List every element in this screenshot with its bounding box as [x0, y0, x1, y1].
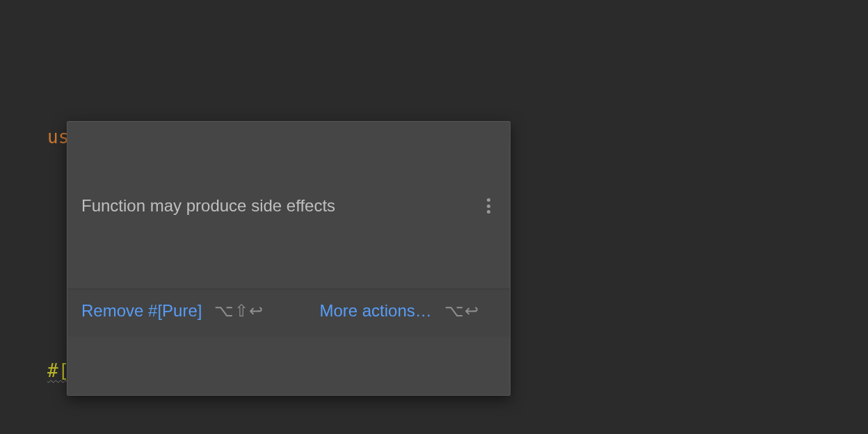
- shortcut-label: ⌥↩: [444, 296, 479, 326]
- popup-header: Function may produce side effects: [67, 180, 510, 230]
- code-editor[interactable]: use JetBrains\PhpStorm\Pure; #[Pure] fu …: [0, 0, 868, 434]
- attr-open: #[: [47, 360, 69, 381]
- inspection-popup: Function may produce side effects Remove…: [67, 121, 511, 396]
- popup-actions-row: Remove #[Pure] ⌥⇧↩ More actions… ⌥↩: [67, 289, 510, 337]
- text-cursor-icon: [65, 96, 81, 117]
- quickfix-remove-pure[interactable]: Remove #[Pure]: [81, 296, 202, 326]
- shortcut-label: ⌥⇧↩: [214, 296, 264, 326]
- more-vert-icon[interactable]: [481, 196, 496, 216]
- popup-title: Function may produce side effects: [81, 191, 335, 220]
- more-actions-link[interactable]: More actions…: [319, 296, 431, 326]
